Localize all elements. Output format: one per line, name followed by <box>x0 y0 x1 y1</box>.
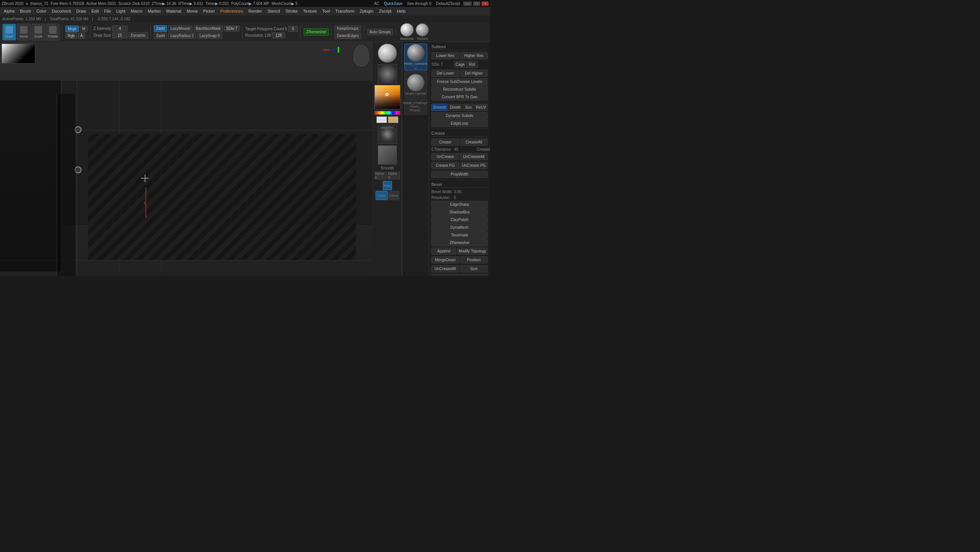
detectdges-btn[interactable]: DetectEdges <box>335 33 361 39</box>
menu-light[interactable]: Light <box>114 8 128 14</box>
position-btn[interactable]: Position <box>460 256 488 264</box>
lazymouse-btn[interactable]: LazyMouse <box>168 25 192 32</box>
del-higher-btn[interactable]: Del Higher <box>460 70 488 77</box>
reuv-btn[interactable]: ReUV <box>474 104 488 111</box>
rotate-btn[interactable]: Rotate <box>46 24 60 41</box>
subtool-item-simple[interactable]: Simple Cylinder <box>404 71 427 98</box>
mesh-integrity-btn[interactable]: MeshIntegrity <box>460 274 488 276</box>
propwidth-btn[interactable]: PropWidth <box>431 171 488 178</box>
alpha2-btn[interactable]: Alpha 0: <box>388 172 400 179</box>
menu-document[interactable]: Document <box>49 8 73 14</box>
menu-stencil[interactable]: Stencil <box>265 8 283 14</box>
menu-draw[interactable]: Draw <box>74 8 88 14</box>
subtool-item-pm3d[interactable]: PM3D_Cylinder3 42 <box>404 44 427 70</box>
crease-pg-btn[interactable]: Crease PG <box>431 162 459 169</box>
menu-alpha[interactable]: Alpha <box>2 8 17 14</box>
menu-material[interactable]: Material <box>164 8 183 14</box>
append-btn[interactable]: Append <box>431 248 456 255</box>
uncrease-pg-btn[interactable]: UnCrease PG <box>460 162 488 169</box>
suv-btn[interactable]: Suv <box>463 104 474 111</box>
convert-bpr-btn[interactable]: Convert BPR To Geo <box>431 93 488 101</box>
menu-marker[interactable]: Marker <box>145 8 163 14</box>
reconstruct-btn[interactable]: Reconstruct Subdiv <box>431 86 488 93</box>
viewport[interactable]: 0 <box>0 42 373 276</box>
zremesher-toolbar-btn[interactable]: ZRemesher <box>304 28 329 36</box>
close-btn[interactable]: × <box>482 2 488 6</box>
rgb-value[interactable]: Rgb <box>65 33 77 39</box>
menu-stroke[interactable]: Stroke <box>283 8 300 14</box>
lazyradius-btn[interactable]: LazyRadius 2 <box>168 33 196 39</box>
lazysnap-btn[interactable]: LazySnap 0 <box>197 33 222 39</box>
bevel-width-row[interactable]: Bevel Width 0.05 <box>431 189 488 195</box>
move-btn[interactable]: Move <box>17 24 31 41</box>
dots-btn[interactable]: Dots <box>383 181 392 190</box>
zremesher-panel-btn[interactable]: ZRemesher <box>431 239 488 246</box>
intensity-value[interactable]: 4 <box>112 26 127 31</box>
mask-pen-preview[interactable]: MaskPen <box>378 125 397 144</box>
m-btn[interactable]: M <box>80 26 88 32</box>
tranz-btn[interactable]: Tranz <box>376 191 388 200</box>
modify-topo-btn[interactable]: Modify Topology <box>457 248 488 255</box>
autogroups-btn[interactable]: Auto Groups <box>367 29 393 35</box>
crease-all-btn[interactable]: CreaseAll <box>460 138 488 146</box>
sdiv-value[interactable]: SDiv 7 <box>224 26 240 31</box>
uncrease-all2-btn[interactable]: UnCreaseAll <box>431 265 459 272</box>
script-btn[interactable]: DefaultZScript <box>434 2 462 6</box>
uncrease-all-btn[interactable]: UnCreaseAll <box>460 153 488 160</box>
menu-transform[interactable]: Transform <box>333 8 357 14</box>
dynamic-subdiv-btn[interactable]: Dynamic Subdiv <box>431 112 488 119</box>
menu-edit[interactable]: Edit <box>89 8 101 14</box>
mask-pen2-preview[interactable] <box>378 145 397 164</box>
rgb-alpha[interactable]: A <box>78 33 85 39</box>
minimize-btn[interactable]: — <box>463 2 472 6</box>
basic-mat-sphere[interactable] <box>400 23 413 36</box>
higher-res-btn[interactable]: Higher Res <box>460 52 488 59</box>
menu-color[interactable]: Color <box>34 8 49 14</box>
menu-render[interactable]: Render <box>246 8 265 14</box>
menu-file[interactable]: File <box>102 8 113 14</box>
menu-zplugin[interactable]: Zplugin <box>358 8 376 14</box>
menu-macro[interactable]: Macro <box>129 8 145 14</box>
dynamesh-panel-btn[interactable]: DynaMesh <box>431 224 488 231</box>
divide-btn[interactable]: Divide <box>448 104 462 111</box>
edgeloop-btn[interactable]: EdgeLoop <box>431 120 488 127</box>
cage-btn[interactable]: Cage <box>454 61 466 68</box>
brush-sphere1[interactable] <box>378 44 397 63</box>
menu-picker[interactable]: Picker <box>201 8 217 14</box>
zadd-btn[interactable]: Zadd <box>154 25 167 32</box>
color-gradient-square[interactable] <box>374 85 400 109</box>
crease-btn[interactable]: Crease <box>431 138 459 146</box>
resolution-value[interactable]: 128 <box>272 33 285 38</box>
alpha-btn[interactable]: Alpha 0 <box>375 172 387 179</box>
menu-zscript[interactable]: Zscript <box>377 8 394 14</box>
menu-texture[interactable]: Texture <box>301 8 319 14</box>
maximize-btn[interactable]: □ <box>473 2 480 6</box>
draw-btn[interactable]: Draw <box>2 24 16 41</box>
keepgroups-btn[interactable]: KeepGroups <box>335 25 361 32</box>
rot-btn[interactable]: Rot <box>466 61 478 68</box>
brush-stroke-rect[interactable] <box>378 64 397 83</box>
size-btn[interactable]: Size <box>460 265 488 272</box>
menu-tool[interactable]: Tool <box>320 8 332 14</box>
hue-strip[interactable] <box>374 111 400 115</box>
swatch-tan[interactable] <box>388 116 399 123</box>
backfacemask-btn[interactable]: BackfaceMask <box>194 25 223 32</box>
edge-sharp-btn[interactable]: EdgeSharp <box>431 201 488 208</box>
shadowbox-btn[interactable]: ShadowBox <box>431 208 488 216</box>
freeze-subdiv-btn[interactable]: Freeze SubDivision Levels <box>431 78 488 85</box>
lower-res-btn[interactable]: Lower Res <box>431 52 459 59</box>
scale-btn[interactable]: Scale <box>31 24 45 41</box>
subtool-item-ctm[interactable]: PM3D_CTMPolyTPose1_TPoze2_ <box>404 99 427 115</box>
mrgb-btn[interactable]: Mrgb <box>65 26 79 32</box>
zsub-btn[interactable]: Zadd <box>154 33 167 39</box>
texture-sphere[interactable] <box>416 23 429 36</box>
claypolish-btn[interactable]: ClayPolish <box>431 216 488 223</box>
menu-movie[interactable]: Movie <box>184 8 200 14</box>
seethrough-btn[interactable]: See-through 0 <box>405 2 433 6</box>
del-lower-btn[interactable]: Del Lower <box>431 70 459 77</box>
cloud-btn[interactable]: Cloud <box>389 191 399 200</box>
ac-btn[interactable]: AC <box>372 2 381 6</box>
dynamic-btn[interactable]: Dynamic <box>129 32 148 39</box>
mergedown-btn[interactable]: MergeDown <box>431 256 459 264</box>
menu-preferences[interactable]: Preferences <box>218 8 245 14</box>
